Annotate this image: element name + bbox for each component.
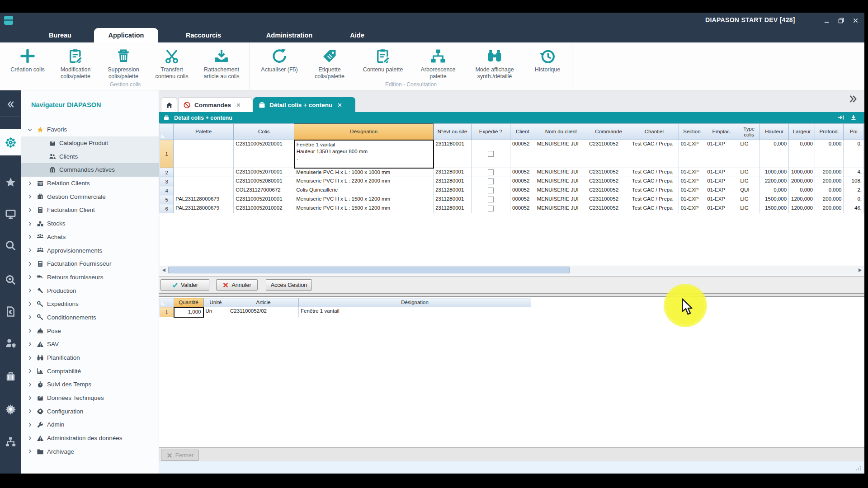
ribbon-button-transfert-contenu-colis[interactable]: Transfert contenu colis	[147, 46, 196, 80]
export-button[interactable]	[850, 114, 857, 121]
restore-button[interactable]	[835, 16, 846, 25]
menu-tab-application[interactable]: Application	[94, 28, 158, 42]
sidebar-item-suivi-des-temps[interactable]: Suivi des Temps	[21, 378, 159, 391]
rail-button-settings[interactable]	[0, 397, 21, 421]
column-header-emplac[interactable]: Emplac.	[705, 124, 738, 140]
column-header-nom-du-client[interactable]: Nom du client	[535, 124, 587, 140]
cell[interactable]: 0,000	[789, 186, 815, 195]
cell[interactable]: 2000,000	[789, 177, 815, 186]
cell[interactable]: 01-EXP	[679, 168, 705, 177]
sidebar-item-commandes-actives[interactable]: Commandes Actives	[21, 163, 159, 177]
cell[interactable]: 000052	[510, 168, 535, 177]
column-header-unite[interactable]: Unité	[203, 298, 228, 307]
cell[interactable]: 000052	[510, 140, 535, 168]
column-header-commande[interactable]: Commande	[587, 124, 630, 140]
cell[interactable]	[174, 140, 234, 168]
cell[interactable]: C231100052/02	[228, 307, 299, 317]
cell[interactable]: 1	[160, 307, 174, 317]
cell[interactable]: 1200,000	[789, 195, 815, 204]
horizontal-scrollbar[interactable]	[160, 266, 864, 274]
cell[interactable]	[471, 140, 510, 168]
column-header-chantier[interactable]: Chantier	[630, 124, 679, 140]
cell[interactable]: 0,000	[760, 186, 789, 195]
cell[interactable]: 2,	[844, 186, 864, 195]
ribbon-button-contenu-palette[interactable]: Contenu palette	[353, 46, 413, 80]
cell[interactable]: C231100052010001	[234, 195, 294, 204]
cell[interactable]: 000052	[510, 204, 535, 213]
sidebar-item-planification[interactable]: Planification	[21, 351, 159, 365]
cell[interactable]	[471, 195, 510, 204]
cell[interactable]: Test GAC / Prepa	[630, 195, 679, 204]
sidebar-item-achats[interactable]: Achats	[21, 230, 159, 244]
scroll-right-button[interactable]	[856, 266, 864, 274]
checkbox-unchecked[interactable]	[488, 151, 494, 157]
cell[interactable]: LIG	[738, 204, 760, 213]
cell[interactable]: 3	[160, 177, 174, 186]
cell[interactable]: 6	[160, 204, 174, 213]
rail-button-desktop[interactable]	[0, 202, 21, 226]
ribbon-button-actualiser-f5[interactable]: Actualiser (F5)	[253, 46, 306, 80]
cell[interactable]: LIG	[738, 168, 760, 177]
cell[interactable]: Menuiserie PVC H x L : 1500 x 1200 mm	[294, 195, 434, 204]
cell[interactable]: Colis Quincaillerie	[294, 186, 434, 195]
cell[interactable]: 0,000	[789, 140, 815, 168]
cell[interactable]: 200,000	[815, 177, 844, 186]
cell[interactable]: 1	[160, 140, 174, 168]
sidebar-item-facturation-fournisseur[interactable]: Facturation Fournisseur	[21, 257, 159, 271]
cell[interactable]: Menuiserie PVC H x L : 1500 x 1200 mm	[294, 204, 434, 213]
pane-splitter[interactable]	[159, 293, 864, 297]
column-header-hauteur[interactable]: Hauteur	[760, 124, 789, 140]
cell[interactable]: 200,000	[815, 168, 844, 177]
sidebar-item-facturation-client[interactable]: Facturation Client	[21, 203, 159, 217]
rail-button-collapse-sidebar[interactable]	[0, 92, 21, 117]
ribbon-button-suppression-colis-palette[interactable]: Suppression colis/palette	[99, 46, 147, 80]
cell[interactable]	[471, 186, 510, 195]
cell[interactable]: COL231127000672	[234, 186, 294, 195]
cell[interactable]: Test GAC / Prepa	[630, 140, 679, 168]
cell[interactable]: 0,000	[815, 186, 844, 195]
cell[interactable]: 01-EXP	[705, 186, 738, 195]
column-header-poi[interactable]: Poi	[844, 124, 864, 140]
cell[interactable]: 2311280001	[434, 186, 472, 195]
cell[interactable]	[471, 168, 510, 177]
cell[interactable]: 46,	[844, 204, 864, 213]
column-header-article[interactable]: Article	[228, 298, 299, 307]
cell[interactable]: 01-EXP	[705, 204, 738, 213]
resize-grip[interactable]	[855, 465, 862, 471]
rail-button-hierarchy[interactable]	[0, 429, 21, 454]
rail-button-advanced-search[interactable]	[0, 267, 21, 292]
cell[interactable]: 01-EXP	[705, 140, 738, 168]
checkbox-unchecked[interactable]	[488, 178, 494, 184]
column-header[interactable]	[160, 298, 174, 307]
cell[interactable]: 2311280001	[434, 204, 472, 213]
sidebar-item-sav[interactable]: SAV	[21, 338, 159, 351]
tab-detail-colis-contenu[interactable]: Détail colis + contenu	[253, 97, 355, 112]
cell[interactable]: Fenêtre 1 vantail	[299, 307, 531, 317]
cell[interactable]: 2311280001	[434, 140, 472, 168]
sidebar-item-relation-clients[interactable]: Relation Clients	[21, 177, 159, 190]
cell[interactable]: Menuiserie PVC H x L : 1000 x 1000 mm	[294, 168, 434, 177]
cell[interactable]: 01-EXP	[679, 204, 705, 213]
checkbox-unchecked[interactable]	[488, 197, 494, 202]
ribbon-button-arborescence-palette[interactable]: Arborescence palette	[413, 46, 463, 80]
pin-columns-button[interactable]	[837, 114, 844, 121]
cell[interactable]: 200,000	[815, 195, 844, 204]
cell[interactable]: C231100052010002	[234, 204, 294, 213]
rail-button-modules[interactable]	[0, 129, 21, 155]
cell[interactable]: 2311280001	[434, 195, 472, 204]
scroll-left-button[interactable]	[160, 266, 168, 274]
tab-close-icon[interactable]	[337, 103, 342, 108]
sidebar-item-favoris[interactable]: Favoris	[21, 123, 159, 136]
cell[interactable]: 01-EXP	[679, 186, 705, 195]
cell[interactable]: Menuiserie PVC H x L : 2200 x 2000 mm	[294, 177, 434, 186]
cell[interactable]: 2200,000	[760, 177, 789, 186]
checkbox-unchecked[interactable]	[488, 206, 494, 211]
menu-tab-administration[interactable]: Administration	[249, 28, 330, 42]
cell[interactable]: 1200,000	[789, 204, 815, 213]
cell[interactable]: 01-EXP	[679, 177, 705, 186]
cell[interactable]: MENUISERIE JUI	[535, 168, 587, 177]
sidebar-item-retours-fournisseurs[interactable]: Retours fournisseurs	[21, 271, 159, 284]
cell[interactable]: PAL231128000679	[174, 195, 234, 204]
sidebar-item-expeditions[interactable]: Expéditions	[21, 297, 159, 311]
ribbon-button-historique[interactable]: Historique	[526, 46, 569, 80]
